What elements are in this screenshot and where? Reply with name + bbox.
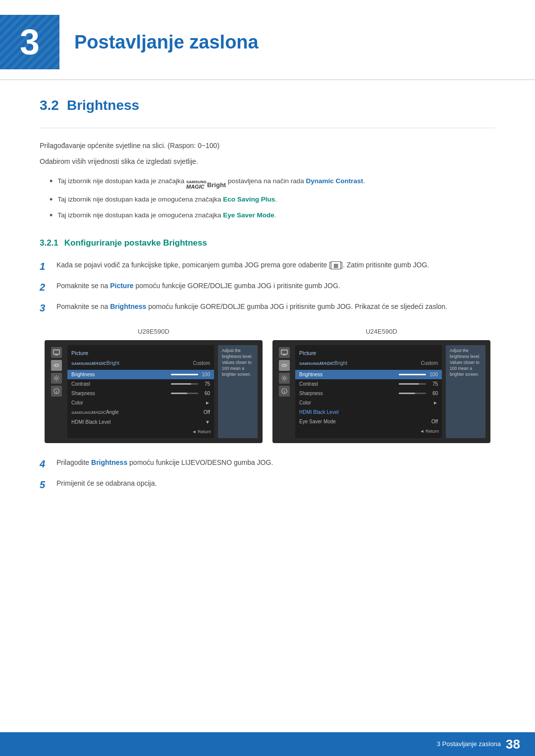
u24-brightness-bar bbox=[399, 374, 426, 375]
u24-sidebar-icon-gear bbox=[279, 373, 290, 384]
monitor-u24-menu: Picture SAMSUNGMAGICBright Custom Bright… bbox=[295, 345, 442, 438]
note-item-2: Taj izbornik nije dostupan kada je omogu… bbox=[50, 195, 495, 205]
u28-contrast-label: Contrast bbox=[71, 380, 171, 388]
monitor-u24-label: U24E590D bbox=[272, 327, 490, 337]
u28-samsung-magic: SAMSUNGMAGICBright bbox=[71, 359, 119, 367]
u28-contrast-value: 75 bbox=[198, 380, 210, 388]
eco-saving-plus: Eco Saving Plus bbox=[223, 196, 275, 203]
svg-point-9 bbox=[283, 377, 285, 379]
u28-angle-row: SAMSUNGMAGICAngle Off bbox=[67, 407, 214, 417]
u24-color-arrow: ► bbox=[433, 399, 438, 406]
svg-point-8 bbox=[283, 364, 285, 367]
u28-hdmi-row: HDMI Black Level ▼ bbox=[67, 417, 214, 427]
svg-rect-7 bbox=[283, 355, 285, 355]
footer-page-number: 38 bbox=[506, 735, 520, 754]
subsection-title: Konfiguriranje postavke Brightness bbox=[64, 237, 207, 250]
eye-saver-mode: Eye Saver Mode bbox=[223, 211, 274, 219]
subsection-number: 3.2.1 bbox=[40, 237, 58, 250]
u28-brightness-fill bbox=[171, 374, 198, 375]
u24-sharpness-label: Sharpness bbox=[299, 390, 399, 397]
description-line-1: Prilagođavanje općenite svjetline na sli… bbox=[40, 140, 495, 151]
footer-chapter-text: 3 Postavljanje zaslona bbox=[437, 739, 501, 749]
u28-contrast-row: Contrast 75 bbox=[67, 379, 214, 389]
eye-icon bbox=[53, 362, 60, 369]
note-1-text: Taj izbornik nije dostupan kada je znača… bbox=[57, 176, 365, 190]
sidebar-icon-gear bbox=[51, 373, 62, 384]
page-footer: 3 Postavljanje zaslona 38 bbox=[0, 732, 535, 756]
section-title: Brightness bbox=[67, 95, 139, 116]
footer-right: 3 Postavljanje zaslona 38 bbox=[437, 735, 520, 754]
u24-contrast-label: Contrast bbox=[299, 380, 399, 388]
u24-eyesaver-label: Eye Saver Mode bbox=[299, 418, 426, 425]
svg-text:i: i bbox=[284, 390, 285, 394]
step-4-brightness: Brightness bbox=[91, 458, 127, 466]
note-item-1: Taj izbornik nije dostupan kada je znača… bbox=[50, 176, 495, 190]
u28-angle-value: Off bbox=[198, 408, 210, 416]
step-4-text: Prilagodite Brightness pomoću funkcije L… bbox=[56, 457, 495, 468]
info-icon: i bbox=[53, 388, 60, 395]
u24-subtitle-value: Custom bbox=[421, 359, 438, 367]
sidebar-icon-monitor bbox=[51, 347, 62, 358]
gear-icon bbox=[53, 375, 60, 382]
step-1: 1 Kada se pojavi vodič za funkcijske tip… bbox=[40, 259, 495, 273]
u24-brightness-fill bbox=[399, 374, 426, 375]
svg-point-3 bbox=[55, 377, 57, 379]
u28-sharpness-value: 60 bbox=[198, 390, 210, 397]
svg-text:i: i bbox=[56, 390, 57, 394]
u24-sharpness-bar bbox=[399, 393, 426, 394]
step-3-text: Pomaknite se na Brightness pomoću funkci… bbox=[56, 301, 495, 312]
svg-point-2 bbox=[55, 364, 57, 367]
chapter-number: 3 bbox=[20, 15, 40, 69]
step-1-text: Kada se pojavi vodič za funkcijske tipke… bbox=[56, 259, 495, 270]
monitor-u24-sidebar: i bbox=[277, 345, 291, 438]
monitors-section: U28E590D i bbox=[40, 327, 495, 444]
step-5: 5 Primijenit će se odabrana opcija. bbox=[40, 478, 495, 492]
u24-contrast-track bbox=[399, 383, 426, 385]
u24-hdmi-label: HDMI Black Level bbox=[299, 408, 438, 416]
u24-eye-icon bbox=[281, 362, 288, 369]
u24-contrast-bar bbox=[399, 383, 426, 385]
u28-color-row: Color ► bbox=[67, 398, 214, 407]
step-2-text: Pomaknite se na Picture pomoću funkcije … bbox=[56, 280, 495, 291]
monitor-u28: U28E590D i bbox=[45, 327, 263, 444]
notes-list: Taj izbornik nije dostupan kada je znača… bbox=[50, 176, 495, 221]
u28-angle-label: SAMSUNGMAGICAngle bbox=[71, 408, 198, 416]
u24-info-icon: i bbox=[281, 388, 288, 395]
u24-monitor-icon bbox=[281, 349, 288, 356]
monitor-u28-menu: Picture SAMSUNGMAGICBright Custom Bright… bbox=[67, 345, 214, 438]
u24-menu-title: Picture bbox=[295, 348, 442, 359]
u24-sharpness-fill bbox=[399, 393, 415, 394]
svg-rect-1 bbox=[55, 355, 57, 355]
monitor-u24: U24E590D i bbox=[272, 327, 490, 444]
steps-list: 1 Kada se pojavi vodič za funkcijske tip… bbox=[40, 259, 495, 315]
u28-brightness-bar bbox=[171, 374, 198, 375]
u24-gear-icon bbox=[281, 375, 288, 382]
u28-brightness-value: 100 bbox=[198, 371, 210, 378]
u28-hdmi-arrow: ▼ bbox=[205, 418, 210, 426]
u28-sharpness-row: Sharpness 60 bbox=[67, 389, 214, 398]
u24-hint: Adjust the brightness level. Values clos… bbox=[446, 345, 485, 438]
step-3-brightness: Brightness bbox=[110, 302, 146, 310]
monitor-u24-screen: i Picture SAMSUNGMAGICBright Custom Brig… bbox=[272, 340, 490, 443]
subsection-heading: 3.2.1 Konfiguriranje postavke Brightness bbox=[40, 237, 495, 250]
u28-sharpness-fill bbox=[171, 393, 187, 394]
u28-brightness-row: Brightness 100 bbox=[67, 370, 214, 379]
sidebar-icon-info: i bbox=[51, 386, 62, 397]
svg-rect-6 bbox=[281, 350, 287, 354]
section-divider bbox=[40, 128, 495, 128]
u24-eyesaver-row: Eye Saver Mode Off bbox=[295, 417, 442, 426]
u24-contrast-fill bbox=[399, 383, 419, 385]
chapter-header: 3 Postavljanje zaslona bbox=[0, 0, 535, 80]
u28-color-label: Color bbox=[71, 399, 205, 406]
u28-contrast-bar bbox=[171, 383, 198, 385]
sidebar-icon-settings bbox=[51, 360, 62, 371]
step-3: 3 Pomaknite se na Brightness pomoću funk… bbox=[40, 301, 495, 315]
u28-menu-title: Picture bbox=[67, 348, 214, 359]
samsung-magic-1: SAMSUNGMAGICBright bbox=[186, 180, 226, 190]
u24-return-bar: ◄ Return bbox=[295, 426, 442, 435]
u28-sharpness-track bbox=[171, 393, 198, 394]
u24-sidebar-icon-eye bbox=[279, 360, 290, 371]
step-2-picture: Picture bbox=[110, 282, 133, 290]
u24-brightness-row: Brightness 100 bbox=[295, 370, 442, 379]
u24-color-label: Color bbox=[299, 399, 433, 406]
